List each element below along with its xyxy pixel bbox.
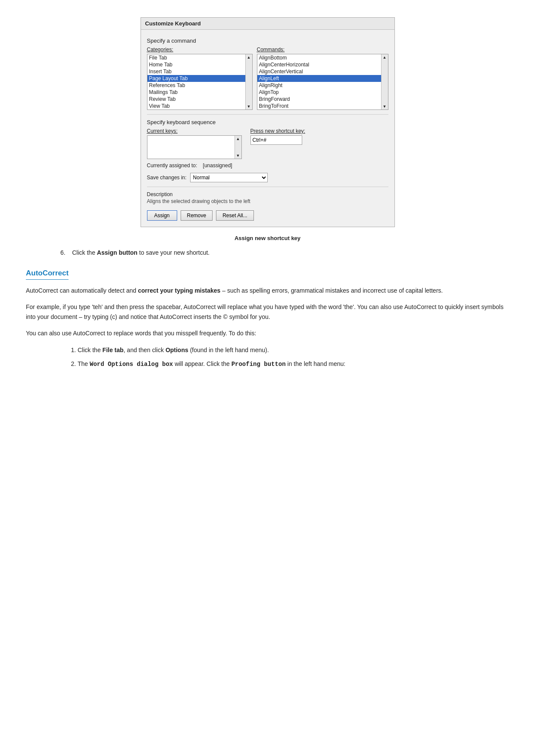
commands-label-rest: ommands: xyxy=(260,47,285,53)
dialog-body: Specify a command Categories: File Tab H… xyxy=(141,30,394,227)
cmd-bringtoffront[interactable]: BringToFront xyxy=(257,103,381,109)
commands-listbox[interactable]: AlignBottom AlignCenterHorizontal AlignC… xyxy=(257,54,388,110)
save-changes-line: Save changes in: Normal xyxy=(147,173,388,182)
li2-mid: will appear. Click the xyxy=(173,360,231,367)
para1-after: – such as spelling errors, grammatical m… xyxy=(220,287,443,294)
commands-label: Commands: xyxy=(257,47,388,53)
commands-list[interactable]: AlignBottom AlignCenterHorizontal AlignC… xyxy=(257,54,381,109)
dialog-titlebar: Customize Keyboard xyxy=(141,18,394,30)
current-keys-inner xyxy=(147,136,235,159)
li2-before: The xyxy=(78,360,90,367)
category-file-tab[interactable]: File Tab xyxy=(147,54,245,61)
assigned-to-value: [unassigned] xyxy=(203,162,232,169)
button-row: Assign Remove Reset All... xyxy=(147,210,388,221)
li2-after: in the left hand menu: xyxy=(286,360,346,367)
keyboard-two-col: Current keys: ▲ ▼ Press xyxy=(147,128,388,159)
dialog-title: Customize Keyboard xyxy=(145,20,201,27)
save-changes-label: Save changes in: xyxy=(147,175,187,181)
categories-list[interactable]: File Tab Home Tab Insert Tab Page Layout… xyxy=(147,54,245,109)
autocorrect-para3: You can also use AutoCorrect to replace … xyxy=(26,328,509,338)
description-label: Description xyxy=(147,191,388,197)
list-item-1: Click the File tab, and then click Optio… xyxy=(78,345,509,355)
specify-command-label: Specify a command xyxy=(147,37,388,44)
new-shortcut-col: Press new shortcut key: xyxy=(250,128,305,145)
autocorrect-para2: For example, if you type 'teh' and then … xyxy=(26,302,509,322)
commands-scrollbar[interactable]: ▲ ▼ xyxy=(381,54,388,109)
current-keys-scrollbar[interactable]: ▲ ▼ xyxy=(235,136,241,159)
assigned-to-label: Currently assigned to: xyxy=(147,162,197,169)
categories-col: Categories: File Tab Home Tab Insert Tab… xyxy=(147,47,253,110)
dialog-container: Customize Keyboard Specify a command Cat… xyxy=(26,17,509,227)
li1-bold1: File tab xyxy=(103,347,124,353)
li2-bold1: Word Options dialog box xyxy=(90,360,173,367)
categories-label: Categories: xyxy=(147,47,253,53)
li1-after: (found in the left hand menu). xyxy=(188,347,269,353)
cmd-alignbottom[interactable]: AlignBottom xyxy=(257,54,381,61)
li1-mid: , and then click xyxy=(124,347,166,353)
cmd-alignleft[interactable]: AlignLeft xyxy=(257,75,381,82)
assign-button[interactable]: Assign xyxy=(147,210,177,221)
categories-listbox[interactable]: File Tab Home Tab Insert Tab Page Layout… xyxy=(147,54,253,110)
category-page-layout-tab[interactable]: Page Layout Tab xyxy=(147,75,245,82)
cmd-aligncentervert[interactable]: AlignCenterVertical xyxy=(257,68,381,75)
current-keys-col: Current keys: ▲ ▼ xyxy=(147,128,242,159)
remove-button[interactable]: Remove xyxy=(181,210,213,221)
para1-before: AutoCorrect can automatically detect and xyxy=(26,287,138,294)
cmd-bringforward[interactable]: BringForward xyxy=(257,96,381,103)
ck-scroll-down[interactable]: ▼ xyxy=(235,153,241,159)
category-references-tab[interactable]: References Tab xyxy=(147,82,245,89)
dialog-caption: Assign new shortcut key xyxy=(26,235,509,241)
shortcut-input[interactable] xyxy=(250,135,302,145)
ck-scroll-up[interactable]: ▲ xyxy=(235,136,241,142)
para1-bold: correct your typing mistakes xyxy=(138,287,220,294)
save-changes-select[interactable]: Normal xyxy=(190,173,268,182)
list-item-2: The Word Options dialog box will appear.… xyxy=(78,359,509,369)
cmd-alignright[interactable]: AlignRight xyxy=(257,82,381,89)
category-review-tab[interactable]: Review Tab xyxy=(147,96,245,103)
scroll-down-arrow[interactable]: ▼ xyxy=(246,103,252,109)
specify-keyboard-label: Specify keyboard sequence xyxy=(147,119,388,125)
description-section: Description Aligns the selected drawing … xyxy=(147,191,388,204)
categories-scrollbar[interactable]: ▲ ▼ xyxy=(245,54,252,109)
autocorrect-para1: AutoCorrect can automatically detect and… xyxy=(26,286,509,295)
cmd-aligncenterhoriz[interactable]: AlignCenterHorizontal xyxy=(257,61,381,68)
current-keys-label: Current keys: xyxy=(147,128,242,134)
step6-number: 6. xyxy=(60,249,66,256)
li2-bold2: Proofing button xyxy=(232,360,286,367)
assigned-to-line: Currently assigned to: [unassigned] xyxy=(147,162,388,169)
li1-bold2: Options xyxy=(166,347,188,353)
scroll-up-arrow[interactable]: ▲ xyxy=(246,54,252,60)
keyboard-section: Specify keyboard sequence Current keys: … xyxy=(147,119,388,159)
category-mailings-tab[interactable]: Mailings Tab xyxy=(147,89,245,96)
step6-bold: Assign button xyxy=(97,249,138,256)
press-new-shortcut-label: Press new shortcut key: xyxy=(250,128,305,134)
step6-line: 6. Click the Assign button to save your … xyxy=(60,249,509,256)
li1-before: Click the xyxy=(78,347,103,353)
reset-button[interactable]: Reset All... xyxy=(216,210,253,221)
cmd-scroll-up[interactable]: ▲ xyxy=(382,54,388,60)
cmd-scroll-down[interactable]: ▼ xyxy=(382,103,388,109)
autocorrect-section: AutoCorrect AutoCorrect can automaticall… xyxy=(26,269,509,369)
autocorrect-heading: AutoCorrect xyxy=(26,269,69,280)
current-keys-box[interactable]: ▲ ▼ xyxy=(147,135,242,159)
separator2 xyxy=(147,187,388,187)
commands-col: Commands: AlignBottom AlignCenterHorizon… xyxy=(257,47,388,110)
description-text: Aligns the selected drawing objects to t… xyxy=(147,198,388,204)
step6-text-before: Click the xyxy=(72,249,97,256)
separator1 xyxy=(147,114,388,115)
numbered-list: Click the File tab, and then click Optio… xyxy=(78,345,509,369)
category-view-tab[interactable]: View Tab xyxy=(147,103,245,109)
categories-label-rest: ategories: xyxy=(150,47,173,53)
customize-keyboard-dialog: Customize Keyboard Specify a command Cat… xyxy=(141,17,395,227)
cmd-aligntop[interactable]: AlignTop xyxy=(257,89,381,96)
step6-text-after: to save your new shortcut. xyxy=(138,249,210,256)
categories-commands-row: Categories: File Tab Home Tab Insert Tab… xyxy=(147,47,388,110)
category-home-tab[interactable]: Home Tab xyxy=(147,61,245,68)
category-insert-tab[interactable]: Insert Tab xyxy=(147,68,245,75)
